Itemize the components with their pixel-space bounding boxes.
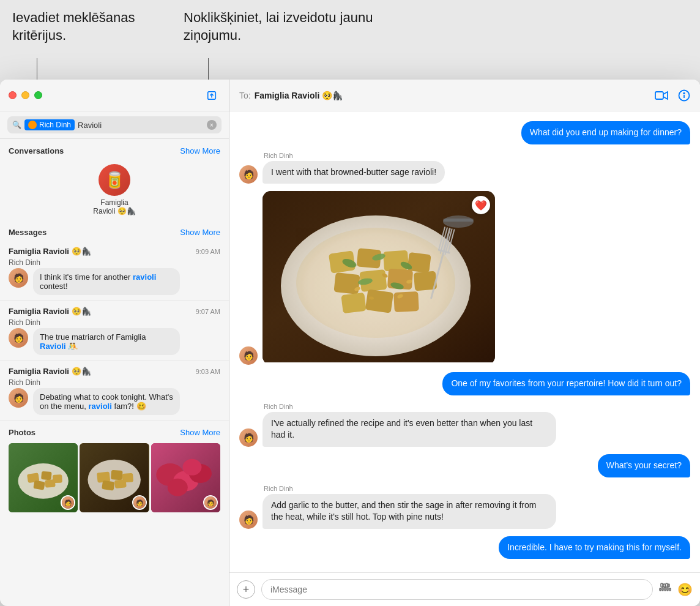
- chat-messages: What did you end up making for dinner? R…: [229, 111, 700, 572]
- message-input[interactable]: [261, 579, 653, 600]
- messages-header: Messages Show More: [0, 220, 229, 241]
- svg-rect-64: [667, 588, 668, 591]
- msg-header-2: Famiglia Ravioli 🥺🦍 9:07 AM: [9, 305, 220, 316]
- chat-msg-photo-content: 🧑: [239, 191, 495, 365]
- sender-name-3: Rich Dinh: [264, 485, 293, 492]
- svg-rect-58: [663, 584, 665, 587]
- chat-input-area: + 😊: [229, 572, 700, 606]
- chat-msg-7-content: Incredible. I have to try making this fo…: [499, 536, 690, 559]
- svg-rect-57: [661, 583, 663, 587]
- conv-avatar: 🥫: [99, 164, 130, 196]
- photo-thumb-2[interactable]: 🧑: [80, 443, 149, 512]
- conversation-item[interactable]: 🥫 FamigliaRavioli 🥺🦍: [0, 159, 229, 220]
- msg-header-3: Famiglia Ravioli 🥺🦍 9:03 AM: [9, 365, 220, 376]
- msg-sub-2: Rich Dinh: [9, 318, 220, 327]
- msg-body-2: 🧑 The true matriarch of Famiglia Ravioli…: [9, 328, 220, 355]
- message-item-1[interactable]: Famiglia Ravioli 🥺🦍 9:09 AM Rich Dinh 🧑 …: [0, 241, 229, 301]
- chat-bubble-sent-4: Incredible. I have to try making this fo…: [499, 536, 690, 559]
- svg-rect-63: [665, 587, 666, 591]
- svg-point-23: [683, 92, 685, 94]
- conversations-show-more[interactable]: Show More: [180, 146, 220, 155]
- chat-header-actions: [655, 89, 690, 102]
- ann-line-2: [208, 58, 209, 83]
- annotation-left: Ievadiet meklēšanas kritērijus.: [0, 0, 171, 80]
- chat-msg-5: What's your secret?: [239, 454, 690, 477]
- photo-thumb-1[interactable]: 🧑: [9, 443, 78, 512]
- conversations-title: Conversations: [9, 146, 64, 155]
- msg-body-1: 🧑 I think it's time for another ravioli …: [9, 268, 220, 295]
- search-tag: Rich Dinh: [24, 119, 75, 130]
- sender-name-1: Rich Dinh: [264, 152, 293, 159]
- close-button[interactable]: [9, 91, 17, 99]
- message-item-2[interactable]: Famiglia Ravioli 🥺🦍 9:07 AM Rich Dinh 🧑 …: [0, 301, 229, 361]
- msg-body-3: 🧑 Debating what to cook tonight. What's …: [9, 388, 220, 415]
- photo-message[interactable]: ❤️: [262, 191, 495, 365]
- message-item-3[interactable]: Famiglia Ravioli 🥺🦍 9:03 AM Rich Dinh 🧑 …: [0, 361, 229, 421]
- msg-header-1: Famiglia Ravioli 🥺🦍 9:09 AM: [9, 245, 220, 256]
- chat-avatar-1: 🧑: [239, 165, 258, 184]
- maximize-button[interactable]: [34, 91, 42, 99]
- chat-bubble-recv-1: I went with that browned-butter sage rav…: [262, 161, 445, 184]
- sidebar-content: Conversations Show More 🥫 FamigliaRaviol…: [0, 139, 229, 606]
- add-button[interactable]: +: [237, 580, 255, 599]
- msg-time-3: 9:03 AM: [196, 368, 220, 375]
- avatar-rich-2: 🧑: [9, 328, 28, 348]
- search-bar: 🔍 Rich Dinh ×: [0, 111, 229, 139]
- svg-point-20: [182, 459, 201, 476]
- msg-group-3: Famiglia Ravioli 🥺🦍: [9, 367, 91, 376]
- search-input[interactable]: [78, 121, 204, 130]
- compose-button[interactable]: [203, 87, 220, 104]
- photo-thumb-3[interactable]: 🧑: [151, 443, 220, 512]
- avatar-dinh-1: 🧑: [239, 165, 258, 184]
- avatar-rich-3: 🧑: [9, 388, 28, 408]
- svg-rect-65: [669, 588, 671, 591]
- chat-msg-2-content: 🧑 I went with that browned-butter sage r…: [239, 161, 445, 184]
- svg-rect-56: [443, 219, 474, 222]
- chat-avatar-4: 🧑: [239, 511, 258, 529]
- msg-time-1: 9:09 AM: [196, 248, 220, 255]
- svg-point-19: [167, 479, 187, 496]
- chat-recipient: Famiglia Ravioli 🥺🦍: [255, 91, 343, 100]
- msg-group-2: Famiglia Ravioli 🥺🦍: [9, 307, 91, 316]
- chat-msg-4: Rich Dinh 🧑 I've actually refined the re…: [239, 403, 690, 447]
- chat-msg-3: One of my favorites from your repertoire…: [239, 372, 690, 395]
- messages-show-more[interactable]: Show More: [180, 228, 220, 237]
- audio-button[interactable]: [659, 582, 671, 597]
- avatar-dinh-3: 🧑: [239, 428, 258, 447]
- avatar-dinh-4: 🧑: [239, 511, 258, 529]
- sidebar: 🔍 Rich Dinh × Conversations Show More 🥫: [0, 80, 229, 606]
- photos-grid: 🧑: [0, 441, 229, 518]
- emoji-button[interactable]: 😊: [677, 582, 693, 597]
- titlebar: [0, 80, 229, 111]
- msg-bubble-1: I think it's time for another ravioli co…: [33, 268, 180, 295]
- info-button[interactable]: [678, 89, 690, 102]
- msg-avatar-3: 🧑: [9, 388, 28, 408]
- chat-bubble-sent-1: What did you end up making for dinner?: [521, 121, 690, 144]
- avatar-rich-1: 🧑: [9, 268, 28, 288]
- ann-line-1: [37, 58, 37, 83]
- chat-msg-6: Rich Dinh 🧑 Add garlic to the butter, an…: [239, 485, 690, 529]
- chat-bubble-recv-3: Add garlic to the butter, and then stir …: [262, 494, 556, 529]
- msg-bubble-2: The true matriarch of Famiglia Ravioli 🤼: [33, 328, 180, 355]
- msg-sub-3: Rich Dinh: [9, 378, 220, 387]
- search-clear-button[interactable]: ×: [207, 120, 217, 130]
- svg-rect-14: [114, 479, 127, 488]
- chat-msg-photo: 🧑: [239, 191, 690, 365]
- video-call-button[interactable]: [655, 91, 668, 100]
- chat-msg-7: Incredible. I have to try making this fo…: [239, 536, 690, 559]
- avatar-dinh-2: 🧑: [239, 346, 258, 365]
- svg-rect-13: [102, 481, 115, 491]
- chat-msg-1-content: What did you end up making for dinner?: [521, 121, 690, 144]
- chat-msg-6-content: 🧑 Add garlic to the butter, and then sti…: [239, 494, 556, 529]
- msg-avatar-2: 🧑: [9, 328, 28, 348]
- chat-avatar-3: 🧑: [239, 428, 258, 447]
- minimize-button[interactable]: [21, 91, 29, 99]
- chat-avatar-2: 🧑: [239, 346, 258, 365]
- annotation-area: Ievadiet meklēšanas kritērijus. Noklikšķ…: [0, 0, 700, 80]
- msg-time-2: 9:07 AM: [196, 308, 220, 315]
- sender-name-2: Rich Dinh: [264, 403, 293, 410]
- search-icon: 🔍: [12, 121, 21, 129]
- chat-bubble-sent-3: What's your secret?: [598, 454, 690, 477]
- photos-show-more[interactable]: Show More: [180, 428, 220, 437]
- svg-rect-4: [41, 471, 52, 481]
